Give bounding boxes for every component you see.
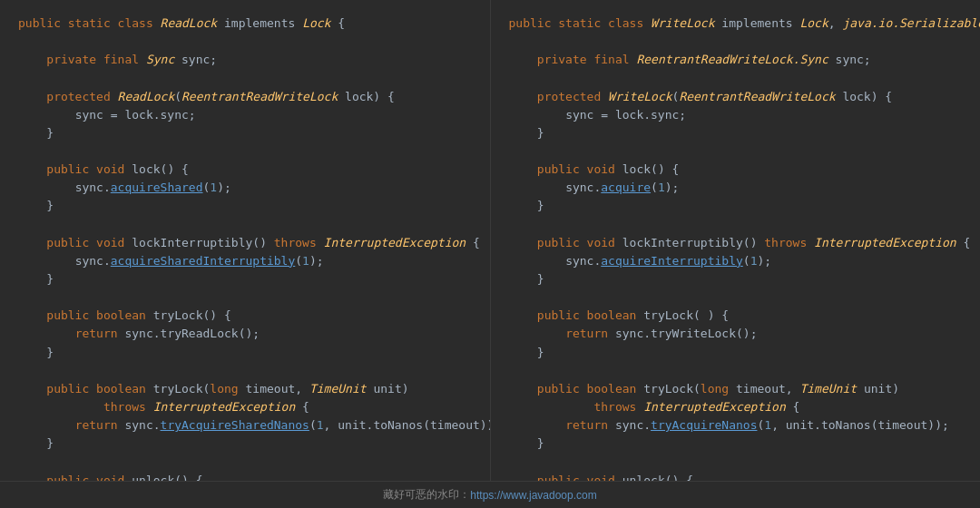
readlock-code: public static class ReadLock implements … [18,15,472,481]
left-panel: public static class ReadLock implements … [0,0,491,481]
watermark-link[interactable]: https://www.javadoop.com [470,489,596,502]
right-panel: public static class WriteLock implements… [491,0,981,481]
code-panels: public static class ReadLock implements … [0,0,980,481]
writelock-code: public static class WriteLock implements… [509,15,963,481]
footer: 藏好可恶的水印： https://www.javadoop.com [0,481,980,508]
watermark-text: 藏好可恶的水印： [383,487,470,503]
